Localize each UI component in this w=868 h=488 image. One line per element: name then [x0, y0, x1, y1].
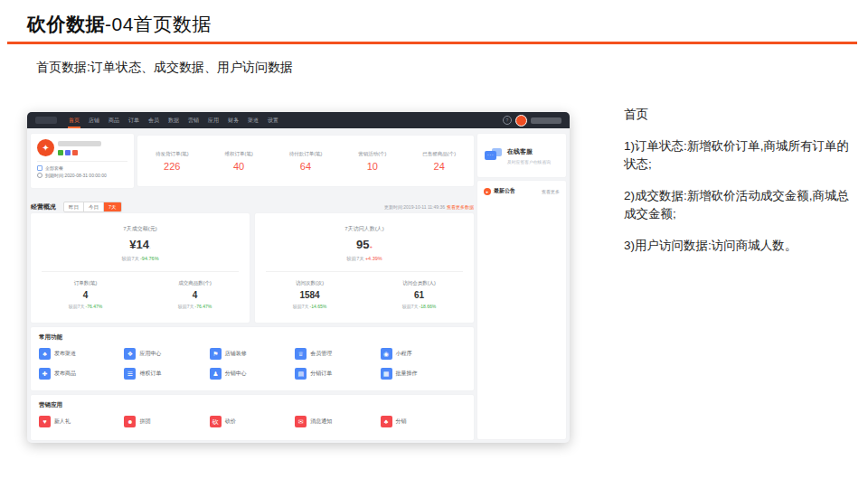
nav-item-channels[interactable]: 渠道	[247, 112, 259, 128]
divider	[266, 271, 463, 272]
gift-icon: ♥	[39, 416, 51, 427]
visit-members-stat: 访问会员数(人) 61 较前7天-18.66%	[364, 280, 474, 309]
marketing-apps-card: 营销应用 ♥新人礼 ☻拼团 砍砍价 ✉消息通知 ♣分销	[31, 395, 474, 440]
distribution-app-icon: ♣	[381, 416, 392, 427]
publish-goods-icon: ✚	[39, 368, 51, 380]
channel-icons	[58, 150, 101, 155]
nav-item-finance[interactable]: 财务	[227, 112, 240, 128]
note-item: 2)成交数据:新增砍价活动成交金额,商城总成交金额;	[624, 187, 855, 222]
note-item: 3)用户访问数据:访问商城人数。	[624, 237, 855, 255]
online-service-card[interactable]: ··· 在线客服 及时应答客户在线咨询	[477, 134, 566, 177]
overview-range-tabs: 昨日 今日 7天	[63, 202, 122, 213]
note-item: 1)订单状态:新增砍价订单,商城所有订单的状态;	[624, 137, 855, 173]
distribution-icon: ♟	[210, 368, 222, 380]
view-more-link[interactable]: 查看更多	[542, 189, 560, 194]
divider	[42, 271, 239, 272]
stat-soldout[interactable]: 已售罄商品(个) 24	[422, 151, 456, 172]
message-icon: ✉	[295, 416, 307, 427]
stat-pending-ship[interactable]: 待发货订单(笔) 226	[156, 151, 189, 172]
nav-item-data[interactable]: 数据	[167, 112, 180, 128]
slide-subtitle: 首页数据:订单状态、成交数据、用户访问数据	[36, 60, 293, 76]
expire-row: 到期时间:2020-08-31 00:00:00	[31, 171, 134, 178]
nav-item-shop[interactable]: 店铺	[88, 112, 100, 128]
app-center-icon: ❖	[124, 348, 136, 360]
nav-item-apps[interactable]: 应用	[207, 112, 220, 128]
nav-item-settings[interactable]: 设置	[267, 112, 279, 128]
help-icon[interactable]: ?	[503, 116, 512, 125]
visitors-main-stat: 7天访问人数(人) 95+ 较前7天+4.39%	[255, 213, 474, 262]
nav-item-orders[interactable]: 订单	[127, 112, 140, 128]
shop-profile-top: ✦	[31, 134, 134, 160]
channel-icon: ♣	[39, 348, 51, 360]
mkt-distribution[interactable]: ♣分销	[381, 416, 466, 427]
wechat-channel-icon[interactable]	[58, 150, 63, 155]
overview-header: 经营概况 昨日 今日 7天 更新时间:2019-10-11 11:49:36 查…	[31, 201, 474, 213]
app-channel-icon[interactable]	[65, 150, 71, 155]
service-title: 在线客服	[507, 147, 551, 156]
mkt-group-buy[interactable]: ☻拼团	[124, 416, 209, 427]
notes-heading: 首页	[624, 107, 855, 123]
username-redacted	[531, 117, 561, 124]
plan-icon	[37, 165, 42, 171]
nav-item-members[interactable]: 会员	[147, 112, 160, 128]
visitors-overview-card: 7天访问人数(人) 95+ 较前7天+4.39% 访问次数(次) 1584 较前…	[255, 213, 474, 323]
nav-item-home[interactable]: 首页	[68, 112, 80, 128]
stat-pending-pay[interactable]: 待付款订单(笔) 64	[289, 151, 323, 172]
shop-profile-card: ✦ 全部套餐 到期时间:2020-08-31 00:00:00	[31, 134, 134, 188]
quick-app-center[interactable]: ❖应用中心	[124, 348, 209, 360]
service-subtitle: 及时应答客户在线咨询	[507, 159, 551, 164]
avatar[interactable]	[515, 115, 527, 127]
notice-card: ▸ 最新公告 查看更多	[477, 181, 566, 439]
quick-distribution-orders[interactable]: ▤分销订单	[295, 368, 380, 380]
top-navbar: 首页 店铺 商品 订单 会员 数据 营销 应用 财务 渠道 设置 ?	[27, 112, 570, 128]
quick-shop-decorate[interactable]: ⚑店铺装修	[210, 348, 295, 360]
quick-distribution-center[interactable]: ♟分销中心	[210, 368, 295, 380]
view-more-data-link[interactable]: 查看更多数据	[447, 204, 474, 210]
sold-goods-stat: 成交商品数(个) 4 较前7天-76.47%	[140, 280, 250, 309]
quick-batch-ops[interactable]: ▦批量操作	[381, 368, 466, 380]
nav-right: ?	[503, 115, 561, 127]
quick-member-manage[interactable]: ♕会员管理	[295, 348, 380, 360]
member-icon: ♕	[295, 348, 307, 360]
stat-campaigns[interactable]: 营销活动(个) 10	[358, 151, 386, 172]
tab-yesterday[interactable]: 昨日	[64, 202, 84, 212]
nav-item-marketing[interactable]: 营销	[187, 112, 200, 128]
quick-functions-card: 常用功能 ♣发布渠道 ❖应用中心 ⚑店铺装修 ♕会员管理 ◉小程序 ✚发布商品 …	[31, 327, 474, 390]
chat-bubbles-icon: ···	[485, 148, 503, 163]
quick-dispute-orders[interactable]: ☰维权订单	[124, 368, 209, 380]
visitor-count-suffix: +	[369, 244, 373, 249]
quick-functions-title: 常用功能	[31, 327, 474, 344]
marketing-apps-title: 营销应用	[31, 395, 474, 412]
tab-today[interactable]: 今日	[84, 202, 104, 212]
sales-delta: 较前7天-94.76%	[31, 256, 250, 262]
visit-times-stat: 访问次数(次) 1584 较前7天-14.65%	[255, 280, 364, 309]
miniprogram-icon: ◉	[381, 348, 392, 360]
notice-title: 最新公告	[494, 187, 515, 195]
order-stats-card: 待发货订单(笔) 226 维权订单(笔) 40 待付款订单(笔) 64 营销活动…	[137, 136, 474, 186]
mkt-newbie-gift[interactable]: ♥新人礼	[39, 416, 124, 427]
stat-disputes[interactable]: 维权订单(笔) 40	[225, 151, 253, 172]
nav-item-goods[interactable]: 商品	[108, 112, 120, 128]
updated-at: 更新时间:2019-10-11 11:49:36	[384, 204, 445, 210]
divider	[37, 161, 127, 162]
megaphone-icon: ▸	[484, 188, 491, 195]
quick-miniprogram[interactable]: ◉小程序	[381, 348, 466, 360]
nav-logo	[35, 117, 57, 124]
notes-panel: 首页 1)订单状态:新增砍价订单,商城所有订单的状态; 2)成交数据:新增砍价活…	[624, 107, 855, 255]
dispute-icon: ☰	[124, 368, 136, 380]
mkt-bargain[interactable]: 砍砍价	[210, 416, 295, 427]
tab-7days[interactable]: 7天	[104, 202, 121, 212]
plan-row: 全部套餐	[31, 164, 134, 171]
group-buy-icon: ☻	[124, 416, 136, 427]
shop-logo: ✦	[37, 139, 54, 156]
page-title: 砍价数据-04首页数据	[27, 12, 212, 37]
weibo-channel-icon[interactable]	[72, 150, 78, 155]
quick-publish-channel[interactable]: ♣发布渠道	[39, 348, 124, 360]
title-divider	[7, 42, 857, 44]
expire-label: 到期时间:2020-08-31 00:00:00	[45, 173, 107, 178]
distribution-orders-icon: ▤	[295, 368, 307, 380]
quick-publish-goods[interactable]: ✚发布商品	[39, 368, 124, 380]
page-title-bold: 砍价数据	[27, 14, 105, 34]
sales-overview-card: 7天成交额(元) ¥14. 较前7天-94.76% 订单数(笔) 4 较前7天-…	[31, 213, 250, 323]
mkt-notifications[interactable]: ✉消息通知	[295, 416, 380, 427]
